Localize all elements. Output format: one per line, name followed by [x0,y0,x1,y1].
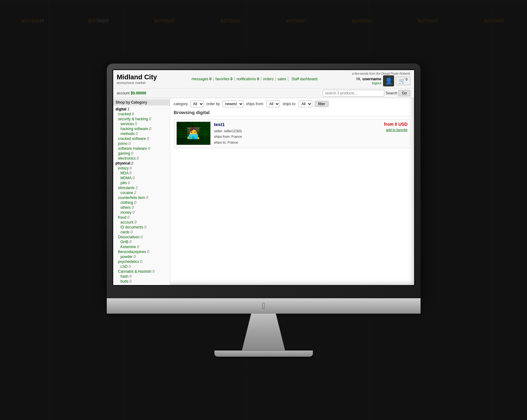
category-item-powder[interactable]: powder 0 [113,254,170,259]
product-ships-to: ships to: France [214,140,371,145]
staff-dashboard-link[interactable]: Staff dashboard [288,77,319,81]
category-item-electronics[interactable]: electronics 0 [113,156,170,161]
monitor-screen: Midland City anonymous market messages 0… [112,69,415,286]
category-item-id-documents[interactable]: ID documents 0 [113,225,170,230]
search-label: Search [385,91,397,95]
monitor-chin:  [107,298,421,314]
monitor-stand [233,314,294,351]
ships-to-select[interactable]: All [299,101,312,107]
header-middle: account ₿0.00000 Search Go [113,88,414,98]
ships-from-select[interactable]: All [266,101,280,107]
browse-title: Browsing digital [174,110,410,117]
price-text: from 0 USD [371,122,408,127]
sidebar-title: Shop by Category [113,99,170,105]
ships-to-label: ships to: [282,102,296,106]
category-item-others[interactable]: others 0 [113,205,170,210]
header-nav: messages 0 favorites 0 notifications 0 o… [190,77,319,81]
category-item-software-malware[interactable]: software malware 0 [113,146,170,151]
category-item-hash[interactable]: hash 0 [113,274,170,279]
monitor-base [214,351,313,357]
category-item-digital[interactable]: digital 1 [113,107,170,112]
category-item-money[interactable]: money 0 [113,210,170,215]
category-item-cannabis-&-hashish[interactable]: Cannabis & Hashish 0 [113,269,170,274]
category-item-hacking-software[interactable]: hacking software 0 [113,126,170,131]
sales-link[interactable]: sales [276,77,288,81]
category-item-counterfeits-item[interactable]: counterfeits item 0 [113,195,170,200]
category-item-mda[interactable]: MDA 0 [113,171,170,176]
apple-logo-icon:  [262,301,265,311]
sidebar: Shop by Category digital 1cracked 0secur… [113,98,170,285]
product-card: 01001010 10110101 00110011 10101010 0110… [174,119,410,148]
monitor-wrapper: Midland City anonymous market messages 0… [107,64,421,357]
account-info: account ₿0.00000 [117,91,146,95]
category-list: digital 1cracked 0security & hacking 0se… [113,107,170,284]
logout-link[interactable]: logout [356,81,381,85]
cart-button[interactable]: 🛒0 [396,77,410,85]
orders-link[interactable]: orders [261,77,276,81]
ships-from-label: ships from: [246,102,264,106]
product-title[interactable]: test1 [214,122,371,127]
category-select[interactable]: All [190,101,204,107]
order-filter-label: order by [206,102,220,106]
username-display: Hi, username [356,77,381,81]
order-select[interactable]: newest [222,101,244,107]
category-item-stimulants[interactable]: stimulants 2 [113,185,170,190]
monitor-frame: Midland City anonymous market messages 0… [107,64,421,298]
category-item-porno[interactable]: porno 0 [113,141,170,146]
category-item-cards[interactable]: cards 0 [113,230,170,235]
category-item-buds[interactable]: buds 0 [113,279,170,284]
category-item-extazy[interactable]: extazy 0 [113,166,170,171]
product-image: 01001010 10110101 00110011 10101010 0110… [177,122,210,145]
hacker-image: 01001010 10110101 00110011 10101010 0110… [177,122,210,145]
category-item-ketamine[interactable]: Ketamine 0 [113,244,170,249]
header-right: a few words from the Dread Pirate Robert… [352,72,410,86]
header-top: Midland City anonymous market messages 0… [113,70,414,88]
category-item-gaming[interactable]: gaming 0 [113,151,170,156]
search-form: Search Go [323,90,410,97]
category-item-psychedelics[interactable]: psychedelics 0 [113,259,170,264]
product-meta: seller: seller123(0) ships from: France … [214,128,371,145]
favorites-link[interactable]: favorites 0 [214,77,234,81]
category-item-lsd[interactable]: LSD 0 [113,264,170,269]
product-info: test1 seller: seller123(0) ships from: F… [214,122,371,145]
product-seller: seller: seller123(0) [214,128,371,134]
category-item-cracked[interactable]: cracked 0 [113,112,170,117]
category-item-services[interactable]: services 0 [113,121,170,126]
main-layout: Shop by Category digital 1cracked 0secur… [113,98,414,285]
site-title: Midland City [117,73,157,81]
notifications-link[interactable]: notifications 0 [235,77,261,81]
user-avatar: 👤 [383,75,394,86]
category-item-dissociatives[interactable]: Dissociatives 0 [113,235,170,240]
category-item-mdma[interactable]: MDMA 0 [113,176,170,180]
category-item-account[interactable]: account 0 [113,220,170,225]
category-item-benzodiazepines[interactable]: Benzodiazepines 0 [113,249,170,254]
add-to-favorite-link[interactable]: add to favorite [371,128,408,132]
cart-count: 0 [405,77,407,81]
site-header: Midland City anonymous market messages 0… [113,70,414,98]
category-item-methods[interactable]: methods 0 [113,131,170,136]
header-quote: a few words from the Dread Pirate Robert… [352,72,410,75]
site-logo: Midland City anonymous market [117,73,157,85]
category-item-pills[interactable]: pills 0 [113,180,170,185]
category-item-physical[interactable]: physical 2 [113,161,170,166]
category-item-security-&-hacking[interactable]: security & hacking 0 [113,117,170,121]
search-input[interactable] [323,90,384,97]
site-subtitle: anonymous market [117,81,157,85]
category-item-fraud[interactable]: fraud 0 [113,215,170,220]
category-item-cracked-software[interactable]: cracked software 0 [113,136,170,141]
search-button[interactable]: Go [398,90,410,96]
content-area: category All order by newest ships from:… [170,98,414,285]
category-item-clothing[interactable]: clothing 0 [113,200,170,205]
category-item-ghb[interactable]: GHB 0 [113,240,170,244]
messages-link[interactable]: messages 0 [190,77,214,81]
hacker-figure: 🧑‍💻 [186,127,200,140]
filter-bar: category All order by newest ships from:… [174,101,410,107]
filter-button[interactable]: filter [315,101,329,107]
header-user: Hi, username logout 👤 🛒0 [356,75,410,86]
category-filter-label: category [174,102,188,106]
category-item-cocaine[interactable]: cocaine 2 [113,190,170,195]
product-price-area: from 0 USD add to favorite [371,122,408,132]
product-ships-from: ships from: France [214,134,371,140]
